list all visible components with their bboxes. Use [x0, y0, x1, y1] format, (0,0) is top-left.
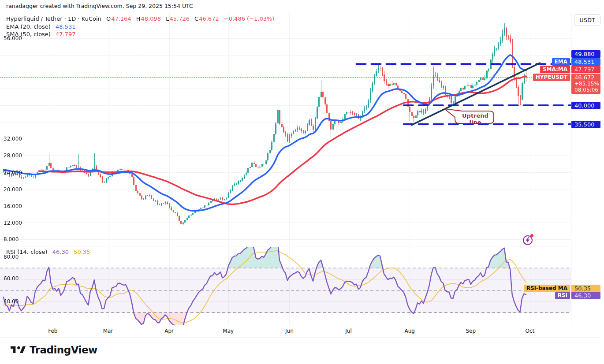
rsi-axis-value: 46.30 [571, 292, 600, 299]
sma-legend-value: 47.797 [56, 31, 76, 37]
timeline-month-label: May [223, 328, 234, 334]
rsi-legend-value: 46.30 [52, 249, 69, 255]
timeline-month-label: Sep [466, 328, 476, 334]
ohlc-close-key: C [194, 15, 198, 22]
price-tick: 56.000 [4, 35, 22, 42]
credit-text: ranadagger created with TradingView.com,… [6, 3, 193, 9]
price-tick: 16.000 [4, 203, 22, 210]
level-upper-label: 49.880 [571, 50, 600, 58]
lightning-bolt-icon [525, 237, 530, 243]
price-tick: 8.000 [4, 236, 19, 243]
rsi-tick: 80.00 [4, 253, 19, 260]
price-tick: 28.000 [4, 152, 22, 159]
timeline-month-label: Oct [526, 328, 535, 334]
tradingview-logo[interactable]: TradingView [11, 344, 97, 356]
ema-legend-value: 48.531 [56, 23, 76, 30]
last-price-value: 46.672 [574, 74, 600, 81]
currency-button[interactable]: USDT [574, 14, 600, 26]
timeline-month-label: Aug [404, 328, 414, 334]
timeline-month-label: Feb [48, 328, 57, 334]
symbol-axis-tag: HYPEUSDT [533, 74, 570, 81]
rsi-axis-tag: RSI [555, 292, 570, 299]
ohlc-high-key: H [136, 15, 141, 22]
timeline-month-label: Mar [103, 328, 113, 334]
timeline-month-label: Jul [345, 328, 351, 334]
uptrend-callout-text[interactable]: Uptrend line [457, 112, 494, 126]
change-value: −0.486 (−1.03%) [224, 15, 275, 22]
ohlc-high-value: 48.098 [141, 15, 161, 22]
ohlc-open-key: O [106, 15, 111, 22]
ohlc-low-value: 45.726 [169, 15, 190, 22]
price-chart-canvas[interactable] [0, 12, 571, 246]
ohlc-low-key: L [166, 15, 169, 22]
ohlc-close-value: 46.672 [199, 15, 219, 22]
rsi-tick: 60.00 [4, 275, 19, 282]
chart-page: ranadagger created with TradingView.com,… [0, 0, 604, 364]
price-tick: 12.000 [4, 219, 22, 227]
level-mid-label: 40.000 [571, 102, 600, 109]
rsi-pane-canvas[interactable] [0, 247, 571, 325]
rsi-ma-axis-value: 50.35 [571, 285, 600, 292]
price-tick: 24.000 [4, 169, 22, 176]
pane-divider[interactable] [0, 246, 571, 246]
tradingview-logo-text: TradingView [30, 344, 97, 356]
timeline-month-label: Jun [285, 328, 294, 334]
rsi-ma-axis-tag: RSI-based MA [524, 285, 570, 292]
ema-legend-row[interactable]: EMA (20, close) 48.531 [6, 23, 76, 30]
symbol-title: Hyperliquid / Tether · 1D · KuCoin [6, 15, 101, 22]
rsi-ma-legend-value: 50.35 [74, 249, 90, 255]
level-lower-label: 35.500 [571, 121, 600, 128]
price-tick: 32.000 [4, 135, 22, 142]
price-tick: 20.000 [4, 186, 22, 193]
ema-axis-value: 48.531 [571, 58, 600, 66]
symbol-legend-row[interactable]: Hyperliquid / Tether · 1D · KuCoin O47.1… [6, 15, 274, 22]
last-price-label: 46.672 +85.15% 08:05:06 [571, 74, 600, 94]
sma-axis-tag: SMA:MA [540, 66, 570, 73]
ema-legend-label: EMA (20, close) [6, 23, 51, 30]
ohlc-open-value: 47.164 [111, 15, 131, 22]
rsi-tick: 40.00 [4, 298, 19, 305]
percent-change-value: +85.15% [574, 81, 600, 87]
ema-axis-tag: EMA [552, 58, 570, 66]
notification-dot [530, 234, 533, 237]
time-axis[interactable]: FebMarAprMayJunJulAugSepOct [0, 325, 600, 338]
sma-axis-value: 47.797 [571, 66, 600, 73]
timeline-bottom-border [0, 338, 600, 338]
tradingview-mark-icon [11, 344, 26, 356]
bar-countdown: 08:05:06 [574, 87, 600, 93]
timeline-month-label: Apr [164, 328, 174, 334]
rsi-legend-row[interactable]: RSI (14, close) 46.30 50.35 [6, 249, 90, 255]
